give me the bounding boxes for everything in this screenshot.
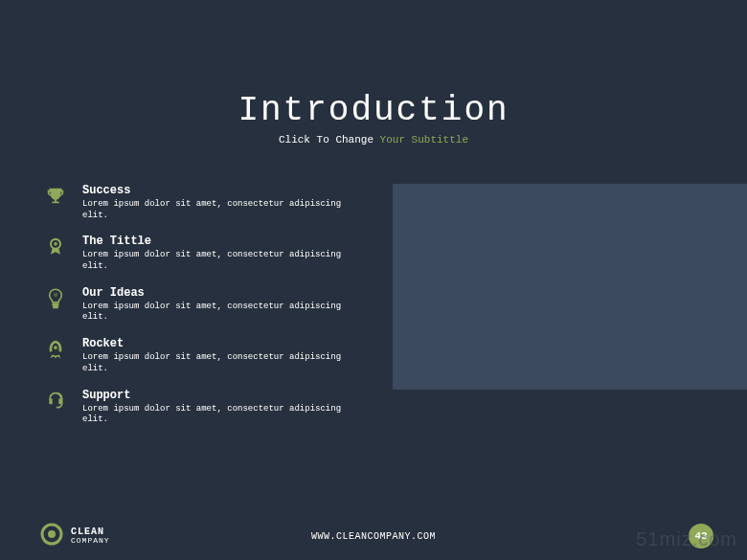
logo-icon — [40, 523, 63, 550]
list-item: Support Lorem ipsum dolor sit amet, cons… — [40, 389, 366, 426]
logo: CLEAN COMPANY — [40, 523, 110, 550]
svg-point-4 — [48, 530, 56, 538]
svg-text:W: W — [54, 293, 58, 298]
item-desc[interactable]: Lorem ipsum dolor sit amet, consectetur … — [82, 404, 366, 426]
footer-url: WWW.CLEANCOMPANY.COM — [311, 531, 436, 542]
slide-subtitle[interactable]: Click To Change Your Subtittle — [0, 134, 747, 146]
ribbon-icon — [40, 235, 71, 259]
item-title[interactable]: Rocket — [82, 337, 366, 350]
list-item-text: The Tittle Lorem ipsum dolor sit amet, c… — [71, 235, 366, 272]
logo-line2: COMPANY — [71, 537, 110, 545]
item-desc[interactable]: Lorem ipsum dolor sit amet, consectetur … — [82, 352, 366, 374]
item-title[interactable]: Our Ideas — [82, 286, 366, 300]
subtitle-highlight: Your Subtittle — [380, 134, 468, 146]
item-title[interactable]: Success — [82, 184, 366, 197]
watermark: 51miz.com — [636, 528, 737, 550]
list-item: Success Lorem ipsum dolor sit amet, cons… — [40, 184, 366, 221]
subtitle-prefix: Click To Change — [279, 134, 380, 146]
item-desc[interactable]: Lorem ipsum dolor sit amet, consectetur … — [82, 250, 366, 272]
trophy-icon — [40, 184, 71, 207]
item-title[interactable]: The Tittle — [82, 235, 366, 248]
lightbulb-icon: W — [40, 286, 71, 311]
list-item-text: Success Lorem ipsum dolor sit amet, cons… — [71, 184, 366, 221]
feature-list: Success Lorem ipsum dolor sit amet, cons… — [40, 184, 366, 439]
item-desc[interactable]: Lorem ipsum dolor sit amet, consectetur … — [82, 302, 366, 324]
svg-point-1 — [54, 242, 57, 246]
rocket-icon — [40, 337, 71, 360]
image-placeholder[interactable] — [393, 184, 747, 390]
list-item: The Tittle Lorem ipsum dolor sit amet, c… — [40, 235, 366, 272]
slide-footer: CLEAN COMPANY WWW.CLEANCOMPANY.COM 43 — [0, 512, 747, 560]
item-desc[interactable]: Lorem ipsum dolor sit amet, consectetur … — [82, 199, 366, 221]
list-item-text: Support Lorem ipsum dolor sit amet, cons… — [71, 389, 366, 426]
item-title[interactable]: Support — [82, 389, 366, 402]
logo-text: CLEAN COMPANY — [71, 527, 110, 545]
list-item: W Our Ideas Lorem ipsum dolor sit amet, … — [40, 286, 366, 324]
list-item-text: Our Ideas Lorem ipsum dolor sit amet, co… — [71, 286, 366, 324]
title-section: Introduction Click To Change Your Subtit… — [0, 0, 747, 146]
list-item: Rocket Lorem ipsum dolor sit amet, conse… — [40, 337, 366, 374]
list-item-text: Rocket Lorem ipsum dolor sit amet, conse… — [71, 337, 366, 374]
slide-title[interactable]: Introduction — [0, 91, 747, 130]
support-icon — [40, 389, 71, 412]
